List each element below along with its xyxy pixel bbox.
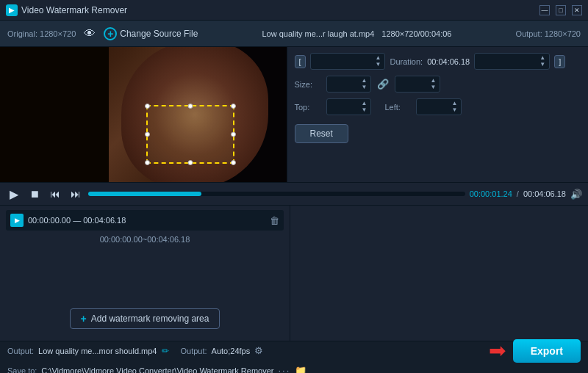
red-arrow-icon: ➡ [489,338,506,363]
titlebar: ▶ Video Watermark Remover — □ ✕ [0,0,588,21]
statusbar: Output: Low quality me...mor should.mp4 … [0,341,588,373]
total-time: 00:04:06.18 [523,189,566,198]
top-down[interactable]: ▼ [361,107,368,113]
playback-controls: ▶ ⏹ ⏮ ⏭ 00:00:01.24 / 00:04:06.18 🔊 [0,182,588,206]
width-down[interactable]: ▼ [361,84,368,90]
clip-time-range: 00:00:00.00 — 00:04:06.18 [28,216,265,225]
left-label: Left: [384,103,410,112]
close-button[interactable]: ✕ [572,5,582,15]
handle-bottom-mid[interactable] [188,160,193,165]
output-file-label: Output: [7,347,34,355]
height-input[interactable]: 180 ▲ ▼ [395,76,440,93]
watermark-selection-box[interactable] [146,105,234,164]
clip-panel: ▶ 00:00:00.00 — 00:04:06.18 🗑 00:00:00.0… [0,206,290,341]
add-watermark-area-button[interactable]: + Add watermark removing area [70,308,220,329]
bracket-left-button[interactable]: [ [295,55,306,68]
file-info: Low quality me...r laugh at.mp4 1280×720… [205,29,508,38]
start-time-spinners: ▲ ▼ [375,55,382,68]
end-time-spinners: ▲ ▼ [539,55,546,68]
stop-button[interactable]: ⏹ [26,186,43,202]
end-time-up[interactable]: ▲ [539,55,546,61]
eye-button[interactable]: 👁 [82,26,98,42]
toolbar-left: Original: 1280×720 👁 + Change Source Fil… [7,26,198,42]
play-button[interactable]: ▶ [6,186,22,202]
save-to-label: Save to: [7,366,37,374]
output-file-name: Low quality me...mor should.mp4 [38,347,157,355]
bracket-right-button[interactable]: ] [554,55,565,68]
duration-label: Duration: [390,57,423,66]
height-down[interactable]: ▼ [429,84,437,90]
end-time-down[interactable]: ▼ [539,62,546,68]
reset-button[interactable]: Reset [295,124,348,143]
left-up[interactable]: ▲ [451,101,458,106]
source-label: Original: 1280×720 [7,29,76,38]
width-spinners: ▲ ▼ [361,78,368,90]
edit-output-icon[interactable]: ✏ [162,346,169,356]
add-area-label: Add watermark removing area [91,314,209,324]
prev-button[interactable]: ⏮ [47,186,63,202]
export-area: ➡ Export [489,338,581,363]
volume-icon[interactable]: 🔊 [570,189,582,200]
settings-panel: [ 00:00:00.00 ▲ ▼ Duration: 00:04:06.18 … [287,47,589,182]
time-range-row: [ 00:00:00.00 ▲ ▼ Duration: 00:04:06.18 … [295,53,581,70]
video-panel [0,47,287,182]
height-spinners: ▲ ▼ [429,78,437,90]
change-source-button[interactable]: + Change Source File [104,27,198,40]
toolbar: Original: 1280×720 👁 + Change Source Fil… [0,21,588,47]
app-logo-icon: ▶ [6,4,18,16]
delete-clip-button[interactable]: 🗑 [270,215,279,226]
file-resolution: 1280×720/00:04:06 [381,29,451,38]
left-field[interactable]: 928 [420,103,451,112]
height-up[interactable]: ▲ [429,78,437,84]
minimize-button[interactable]: — [539,5,550,15]
export-button[interactable]: Export [513,339,581,363]
settings-gear-icon[interactable]: ⚙ [254,345,263,356]
handle-top-left[interactable] [145,104,150,109]
left-down[interactable]: ▼ [451,107,458,113]
end-time-field[interactable]: 00:04:06.18 [478,57,537,66]
app-title: ▶ Video Watermark Remover [6,4,127,16]
open-folder-icon[interactable]: 📁 [295,365,306,373]
top-label: Top: [295,103,320,112]
app-title-text: Video Watermark Remover [21,5,127,15]
start-time-up[interactable]: ▲ [375,55,382,61]
video-dark-left [0,47,109,182]
top-up[interactable]: ▲ [361,101,368,106]
height-field[interactable]: 180 [398,80,429,89]
maximize-button[interactable]: □ [556,5,566,15]
top-input[interactable]: 527 ▲ ▼ [326,98,372,115]
bottom-right-spacer [290,206,588,341]
size-label: Size: [295,80,320,89]
left-input[interactable]: 928 ▲ ▼ [416,98,462,115]
start-time-input[interactable]: 00:00:00.00 ▲ ▼ [310,53,386,70]
next-button[interactable]: ⏭ [68,186,84,202]
output-settings-label: Output: [181,347,207,355]
window-controls: — □ ✕ [539,5,582,15]
start-time-field[interactable]: 00:00:00.00 [314,57,373,66]
link-icon[interactable]: 🔗 [377,79,389,90]
file-name: Low quality me...r laugh at.mp4 [262,29,374,38]
handle-mid-left[interactable] [145,132,150,137]
width-field[interactable]: 320 [330,80,361,89]
output-label: Output: 1280×720 [516,29,581,38]
clip-icon: ▶ [10,214,24,227]
save-path: C:\Vidmore\Vidmore Video Converter\Video… [41,366,273,374]
left-spinners: ▲ ▼ [451,101,458,113]
width-input[interactable]: 320 ▲ ▼ [326,76,372,93]
start-time-down[interactable]: ▼ [375,62,382,68]
position-row: Top: 527 ▲ ▼ Left: 928 ▲ ▼ [295,98,581,115]
add-plus-icon: + [81,313,87,325]
browse-dots-button[interactable]: ··· [278,365,290,373]
status-row2: Save to: C:\Vidmore\Vidmore Video Conver… [7,365,581,373]
width-up[interactable]: ▲ [361,78,368,84]
size-row: Size: 320 ▲ ▼ 🔗 180 ▲ ▼ [295,76,581,93]
handle-mid-right[interactable] [231,132,236,137]
top-field[interactable]: 527 [330,103,361,112]
plus-circle-icon: + [104,27,117,40]
progress-bar[interactable] [88,192,465,196]
current-time: 00:00:01.24 [470,189,512,198]
video-preview [0,47,287,182]
end-time-input[interactable]: 00:04:06.18 ▲ ▼ [474,53,550,70]
clip-row: ▶ 00:00:00.00 — 00:04:06.18 🗑 [6,210,284,231]
handle-top-mid[interactable] [188,104,193,109]
